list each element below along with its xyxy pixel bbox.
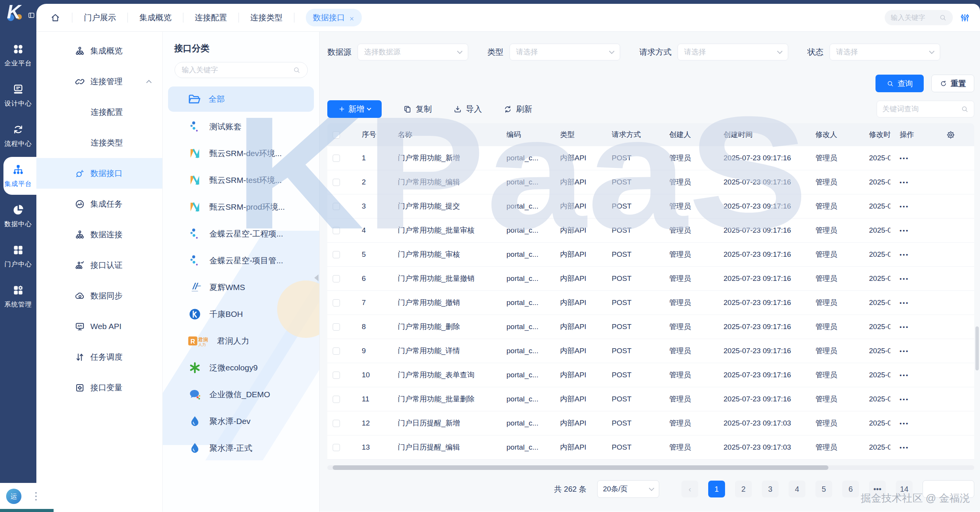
row-actions-button[interactable]: •••: [890, 348, 919, 354]
menu-item-integration-overview[interactable]: 集成概览: [36, 36, 162, 66]
row-actions-button[interactable]: •••: [890, 276, 919, 282]
horizontal-scrollbar[interactable]: [333, 465, 828, 470]
rail-item-design-center[interactable]: 设计中心: [0, 75, 36, 116]
row-checkbox[interactable]: [333, 203, 340, 210]
menu-item-data-interface[interactable]: 数据接口: [36, 158, 162, 189]
row-checkbox[interactable]: [333, 299, 340, 307]
page-5[interactable]: 5: [815, 481, 832, 497]
row-checkbox[interactable]: [333, 347, 340, 355]
row-checkbox[interactable]: [333, 323, 340, 331]
tab-data-interface[interactable]: 数据接口: [306, 9, 362, 26]
page-14[interactable]: 14: [896, 481, 913, 497]
kpaas-logo-icon[interactable]: K: [5, 2, 26, 21]
row-checkbox[interactable]: [333, 227, 340, 234]
menu-item-interface-auth[interactable]: 接口认证: [36, 250, 162, 280]
category-item-zhenyun-srm-prod[interactable]: 甄云SRM-prod环境...: [163, 194, 319, 220]
menu-item-connection-type[interactable]: 连接类型: [36, 127, 162, 158]
category-search-input[interactable]: [182, 66, 281, 74]
row-actions-button[interactable]: •••: [890, 300, 919, 306]
tab-connection-type[interactable]: 连接类型: [250, 12, 283, 23]
menu-item-interface-variable[interactable]: 接口变量: [36, 372, 162, 403]
category-item-junrun-hr[interactable]: R君润人力君润人力: [163, 328, 319, 354]
rail-item-enterprise-platform[interactable]: 企业平台: [0, 35, 36, 75]
vertical-scrollbar[interactable]: [975, 326, 979, 370]
category-item-jushuitan-prod[interactable]: 聚水潭-正式: [163, 435, 319, 461]
rail-item-integration-platform[interactable]: 集成平台: [0, 156, 36, 196]
select-status[interactable]: 请选择: [830, 44, 940, 60]
add-button[interactable]: 新增: [327, 100, 382, 118]
category-item-weaver-ecology9[interactable]: 泛微ecology9: [163, 354, 319, 381]
menu-item-integration-task[interactable]: 集成任务: [36, 189, 162, 219]
page-size-select[interactable]: 20条/页: [597, 480, 659, 498]
category-item-zhenyun-srm-test[interactable]: 甄云SRM-test环境...: [163, 167, 319, 194]
rail-item-data-center[interactable]: 数据中心: [0, 196, 36, 236]
refresh-button[interactable]: 刷新: [503, 104, 532, 114]
reset-button[interactable]: 重置: [931, 75, 974, 92]
import-button[interactable]: 导入: [453, 104, 482, 114]
rail-item-process-center[interactable]: 流程中心: [0, 116, 36, 156]
menu-item-data-sync[interactable]: 数据同步: [36, 280, 162, 311]
category-item-jushuitan-dev[interactable]: 聚水潭-Dev: [163, 408, 319, 435]
menu-item-connection-management[interactable]: 连接管理: [36, 66, 162, 97]
category-item-xiahui-wms[interactable]: HaWi夏辉WMS: [163, 274, 319, 301]
home-icon[interactable]: [50, 13, 60, 23]
row-checkbox[interactable]: [333, 372, 340, 379]
row-actions-button[interactable]: •••: [890, 396, 919, 403]
row-actions-button[interactable]: •••: [890, 372, 919, 378]
row-checkbox[interactable]: [333, 251, 340, 258]
tab-connection-config[interactable]: 连接配置: [195, 12, 227, 23]
tab-integration-overview[interactable]: 集成概览: [139, 12, 172, 23]
query-button[interactable]: 查询: [875, 75, 924, 92]
rail-item-portal-center[interactable]: 门户中心: [0, 236, 36, 276]
category-item-all[interactable]: 全部: [168, 86, 314, 112]
row-actions-button[interactable]: •••: [890, 179, 919, 186]
row-actions-button[interactable]: •••: [890, 203, 919, 210]
close-icon[interactable]: [349, 15, 355, 21]
category-item-test-account[interactable]: 测试账套: [163, 113, 319, 140]
row-actions-button[interactable]: •••: [890, 251, 919, 258]
row-actions-button[interactable]: •••: [890, 227, 919, 234]
page-6[interactable]: 6: [842, 481, 859, 497]
menu-item-data-connection[interactable]: 数据连接: [36, 219, 162, 250]
category-search[interactable]: [175, 62, 308, 78]
row-checkbox[interactable]: [333, 179, 340, 186]
select-request-method[interactable]: 请选择: [678, 44, 788, 60]
row-actions-button[interactable]: •••: [890, 324, 919, 330]
row-checkbox[interactable]: [333, 275, 340, 282]
category-item-zhenyun-srm-dev[interactable]: 甄云SRM-dev环境...: [163, 140, 319, 167]
select-all-checkbox[interactable]: [333, 131, 340, 139]
tab-portal-display[interactable]: 门户展示: [84, 12, 116, 23]
category-item-wecom-demo[interactable]: 企业微信_DEMO: [163, 381, 319, 408]
select-type[interactable]: 请选择: [510, 44, 620, 60]
menu-item-web-api[interactable]: APIWeb API: [36, 311, 162, 342]
page-2[interactable]: 2: [735, 481, 752, 497]
category-item-kingdee-project-eng[interactable]: 金蝶云星空-工程项...: [163, 220, 319, 247]
panel-collapse-handle[interactable]: [314, 274, 318, 281]
category-item-qiankang-boh[interactable]: 千康BOH: [163, 301, 319, 328]
avatar[interactable]: 运: [6, 489, 21, 504]
page-4[interactable]: 4: [789, 481, 805, 497]
row-actions-button[interactable]: •••: [890, 420, 919, 427]
page-jump-input[interactable]: [923, 480, 974, 498]
keyword-search-input[interactable]: [882, 105, 951, 113]
global-search-input[interactable]: [891, 14, 933, 22]
row-checkbox[interactable]: [333, 155, 340, 162]
page-3[interactable]: 3: [762, 481, 779, 497]
select-data-source[interactable]: 选择数据源: [358, 44, 468, 60]
user-menu-kebab-icon[interactable]: [35, 496, 37, 497]
page-ellipsis[interactable]: •••: [869, 481, 886, 497]
menu-item-task-schedule[interactable]: 任务调度: [36, 342, 162, 372]
row-checkbox[interactable]: [333, 444, 340, 451]
rail-item-system-management[interactable]: 系统管理: [0, 276, 36, 316]
keyword-search[interactable]: [877, 101, 974, 117]
filter-sliders-icon[interactable]: [960, 13, 970, 23]
global-search[interactable]: [885, 10, 953, 25]
gear-icon[interactable]: [946, 130, 955, 139]
row-checkbox[interactable]: [333, 420, 340, 427]
category-item-kingdee-project-mgmt[interactable]: 金蝶云星空-项目管...: [163, 247, 319, 274]
page-1[interactable]: 1: [708, 481, 725, 497]
window-collapse-icon[interactable]: [28, 11, 35, 19]
menu-item-connection-config[interactable]: 连接配置: [36, 97, 162, 127]
prev-page-button[interactable]: ‹: [681, 481, 698, 497]
row-actions-button[interactable]: •••: [890, 444, 919, 451]
